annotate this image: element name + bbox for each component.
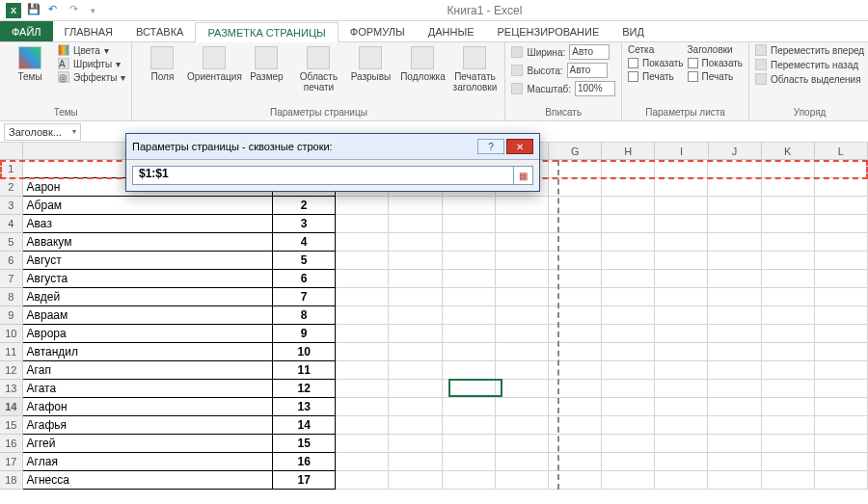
cell[interactable] (655, 306, 708, 325)
cell[interactable] (815, 398, 868, 416)
undo-icon[interactable]: ↶ (48, 3, 64, 18)
row-header[interactable]: 13 (0, 380, 23, 398)
orientation-button[interactable]: Ориентация (190, 44, 238, 82)
cell[interactable]: 14 (273, 416, 336, 435)
column-header[interactable]: J (709, 143, 762, 160)
cell[interactable] (389, 233, 442, 252)
cell[interactable] (389, 361, 442, 380)
cell[interactable] (708, 197, 761, 215)
cell[interactable] (602, 215, 655, 233)
cell[interactable] (655, 252, 708, 270)
cell[interactable]: 12 (273, 380, 336, 398)
cell[interactable] (496, 380, 549, 398)
cell[interactable] (389, 471, 442, 490)
cell[interactable] (443, 343, 496, 361)
cell[interactable] (496, 252, 549, 270)
cell[interactable] (549, 398, 602, 416)
cell[interactable] (655, 361, 708, 380)
cell[interactable] (496, 416, 549, 435)
cell[interactable] (762, 343, 815, 361)
cell[interactable]: Аглая (23, 453, 274, 471)
cell[interactable] (815, 343, 868, 361)
cell[interactable] (336, 197, 389, 215)
cell[interactable] (655, 233, 708, 252)
cell[interactable]: Абрам (23, 197, 274, 215)
cell[interactable] (549, 306, 602, 325)
cell[interactable] (336, 435, 389, 453)
cell[interactable] (443, 197, 496, 215)
cell[interactable] (443, 435, 496, 453)
cell[interactable] (549, 471, 602, 490)
cell[interactable] (708, 453, 761, 471)
cell[interactable] (708, 471, 761, 490)
cell[interactable] (762, 453, 815, 471)
cell[interactable] (708, 288, 761, 306)
cell[interactable] (708, 178, 761, 197)
cell[interactable] (389, 288, 442, 306)
cell[interactable] (762, 361, 815, 380)
cell[interactable] (655, 343, 708, 361)
cell[interactable] (762, 233, 815, 252)
cell[interactable]: Автандил (23, 343, 274, 361)
cell[interactable] (443, 288, 496, 306)
cell[interactable] (762, 398, 815, 416)
cell[interactable] (708, 215, 761, 233)
cell[interactable] (443, 380, 496, 398)
cell[interactable] (602, 453, 655, 471)
cell[interactable] (336, 416, 389, 435)
cell[interactable] (336, 453, 389, 471)
cell[interactable]: Август (23, 252, 274, 270)
column-header[interactable]: G (549, 143, 602, 160)
tab-вид[interactable]: ВИД (610, 21, 656, 41)
headings-show-checkbox[interactable] (688, 58, 698, 68)
cell[interactable] (708, 416, 761, 435)
cell[interactable] (496, 361, 549, 380)
cell[interactable] (602, 178, 655, 197)
cell[interactable] (815, 288, 868, 306)
cell[interactable] (602, 471, 655, 490)
cell[interactable] (708, 343, 761, 361)
chevron-down-icon[interactable]: ▾ (72, 127, 76, 136)
row-header[interactable]: 14 (0, 398, 23, 416)
cell[interactable] (655, 435, 708, 453)
cell[interactable] (762, 325, 815, 343)
cell[interactable]: 10 (273, 343, 336, 361)
cell[interactable] (762, 215, 815, 233)
cell[interactable] (708, 380, 761, 398)
cell[interactable] (708, 361, 761, 380)
cell[interactable] (762, 435, 815, 453)
cell[interactable]: 15 (273, 435, 336, 453)
cell[interactable] (708, 398, 761, 416)
cell[interactable] (389, 215, 442, 233)
name-box[interactable]: Заголовк... ▾ (4, 123, 81, 141)
cell[interactable] (336, 288, 389, 306)
cell[interactable] (443, 233, 496, 252)
cell[interactable] (496, 435, 549, 453)
rows-to-repeat-input[interactable]: $1:$1 (132, 166, 514, 185)
cell[interactable]: 4 (273, 233, 336, 252)
cell[interactable] (708, 306, 761, 325)
worksheet-grid[interactable]: ABCDEFGHIJKL 1ИменаНомер2Аарон13Абрам24А… (0, 143, 868, 504)
cell[interactable] (815, 306, 868, 325)
cell[interactable] (549, 361, 602, 380)
column-header[interactable]: L (815, 143, 868, 160)
cell[interactable] (443, 215, 496, 233)
cell[interactable] (815, 270, 868, 288)
cell[interactable] (443, 398, 496, 416)
cell[interactable]: Аврора (23, 325, 274, 343)
row-header[interactable]: 6 (0, 252, 23, 270)
cell[interactable] (549, 215, 602, 233)
cell[interactable] (762, 197, 815, 215)
cell[interactable]: 11 (273, 361, 336, 380)
cell[interactable] (708, 160, 761, 178)
cell[interactable] (602, 325, 655, 343)
row-header[interactable]: 4 (0, 215, 23, 233)
themes-button[interactable]: Темы (6, 44, 54, 82)
cell[interactable] (762, 252, 815, 270)
cell[interactable]: Агнесса (23, 471, 274, 490)
cell[interactable]: Аггей (23, 435, 274, 453)
column-header[interactable]: I (655, 143, 708, 160)
cell[interactable] (655, 471, 708, 490)
dialog-close-button[interactable]: ✕ (506, 139, 533, 154)
background-button[interactable]: Подложка (398, 44, 447, 82)
